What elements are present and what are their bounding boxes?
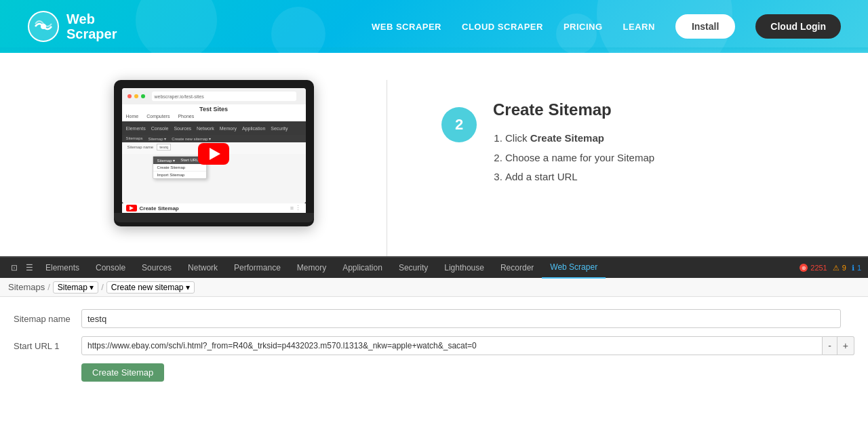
sitemap-name-input[interactable]: [81, 309, 841, 328]
breadcrumb-sep-1: /: [47, 282, 50, 292]
warn-triangle-icon: ⚠: [833, 264, 840, 273]
laptop-screen: webscraper.io/test-sites Test Sites Home…: [122, 88, 306, 203]
logo-line1: Web: [66, 12, 117, 26]
step-instruction-3: Add a start URL: [505, 167, 827, 187]
info-count-value: 1: [857, 264, 861, 272]
devtools-tab-application[interactable]: Application: [334, 257, 391, 279]
header: Web Scraper WEB SCRAPER CLOUD SCRAPER PR…: [0, 0, 868, 53]
yt-controls: ≡ ⋮: [290, 205, 302, 211]
form-area: Sitemap name Start URL 1 - + Create Site…: [0, 297, 868, 403]
url-plus-button[interactable]: +: [837, 336, 854, 355]
video-section: webscraper.io/test-sites Test Sites Home…: [0, 80, 387, 226]
youtube-logo-icon: [126, 205, 137, 211]
logo-line2: Scraper: [66, 26, 117, 41]
svg-point-1: [41, 24, 46, 29]
sitemap-name-row: Sitemap name: [14, 309, 854, 328]
youtube-overlay[interactable]: [122, 104, 306, 203]
browser-dot-green: [141, 94, 145, 98]
nav-web-scraper[interactable]: WEB SCRAPER: [372, 22, 441, 32]
browser-bar: webscraper.io/test-sites: [122, 88, 306, 104]
step-info: Create Sitemap Click Create Sitemap Choo…: [493, 100, 827, 187]
breadcrumb-create-new-dropdown[interactable]: Create new sitemap ▾: [106, 281, 195, 294]
yt-logo-triangle: [130, 206, 134, 210]
step-instruction-1: Click Create Sitemap: [505, 129, 827, 148]
devtools-tab-security[interactable]: Security: [391, 257, 436, 279]
devtools-tab-console[interactable]: Console: [87, 257, 134, 279]
devtools-mobile-icon[interactable]: ☰: [22, 263, 37, 273]
devtools-tab-recorder[interactable]: Recorder: [492, 257, 542, 279]
devtools-tab-performance[interactable]: Performance: [226, 257, 289, 279]
step-bold-1: Create Sitemap: [530, 132, 604, 144]
breadcrumb-sitemaps[interactable]: Sitemaps: [8, 282, 45, 292]
devtools-right-area: ⊗ 2251 ⚠ 9 ℹ 1: [800, 264, 861, 273]
nav-learn[interactable]: LEARN: [623, 22, 655, 32]
devtools-warn-count: ⚠ 9: [833, 264, 846, 273]
logo-text: Web Scraper: [66, 12, 117, 41]
start-url-label: Start URL 1: [14, 341, 81, 351]
create-sitemap-row: Create Sitemap: [14, 363, 854, 382]
devtools-tab-webscraper[interactable]: Web Scraper: [542, 257, 606, 279]
sitemap-name-label: Sitemap name: [14, 314, 81, 324]
logo-icon: [27, 10, 60, 43]
browser-dot-red: [127, 94, 132, 98]
warn-count-value: 9: [842, 264, 846, 272]
create-sitemap-button[interactable]: Create Sitemap: [81, 363, 164, 382]
devtools-inspector-icon[interactable]: ⊡: [7, 263, 22, 273]
devtools-tab-bar: ⊡ ☰ Elements Console Sources Network Per…: [0, 256, 868, 278]
laptop-base: [114, 213, 314, 222]
start-url-input[interactable]: [81, 336, 823, 355]
step-badge: 2: [441, 107, 477, 142]
main-content: webscraper.io/test-sites Test Sites Home…: [0, 53, 868, 256]
devtools-info-count: ℹ 1: [852, 264, 861, 273]
browser-url-bar: webscraper.io/test-sites: [152, 92, 296, 101]
devtools-error-count: ⊗ 2251: [800, 264, 827, 272]
browser-content: Test Sites HomeComputersPhones Elements …: [122, 104, 306, 203]
cloud-login-button[interactable]: Cloud Login: [755, 14, 841, 39]
devtools-tab-elements[interactable]: Elements: [37, 257, 87, 279]
install-button[interactable]: Install: [675, 14, 735, 39]
nav-pricing[interactable]: PRICING: [564, 22, 603, 32]
devtools-section: ⊡ ☰ Elements Console Sources Network Per…: [0, 256, 868, 403]
devtools-tab-network[interactable]: Network: [180, 257, 226, 279]
devtools-tab-lighthouse[interactable]: Lighthouse: [436, 257, 492, 279]
youtube-play-button[interactable]: [198, 143, 229, 165]
step-instruction-2: Choose a name for your Sitemap: [505, 148, 827, 168]
play-triangle-icon: [210, 148, 220, 160]
start-url-row: Start URL 1 - +: [14, 336, 854, 355]
breadcrumb-sitemap-dropdown[interactable]: Sitemap ▾: [53, 281, 98, 294]
logo[interactable]: Web Scraper: [27, 10, 117, 43]
devtools-tab-memory[interactable]: Memory: [289, 257, 334, 279]
video-title-text: Create Sitemap: [140, 205, 179, 211]
laptop-mockup: webscraper.io/test-sites Test Sites Home…: [114, 80, 314, 226]
yt-video-header: Create Sitemap ≡ ⋮: [122, 203, 306, 213]
info-circle-icon: ℹ: [852, 264, 854, 273]
step-instructions: Click Create Sitemap Choose a name for y…: [493, 129, 827, 187]
browser-dot-yellow: [134, 94, 138, 98]
step-title: Create Sitemap: [493, 100, 827, 119]
breadcrumb-bar: Sitemaps / Sitemap ▾ / Create new sitema…: [0, 278, 868, 297]
error-count-value: 2251: [810, 264, 827, 272]
error-circle-icon: ⊗: [800, 264, 808, 272]
step-section: 2 Create Sitemap Click Create Sitemap Ch…: [387, 80, 868, 207]
nav-cloud-scraper[interactable]: CLOUD SCRAPER: [462, 22, 543, 32]
main-nav: WEB SCRAPER CLOUD SCRAPER PRICING LEARN …: [372, 14, 841, 39]
breadcrumb-sep-2: /: [101, 282, 104, 292]
devtools-tab-sources[interactable]: Sources: [134, 257, 180, 279]
url-minus-button[interactable]: -: [823, 336, 837, 355]
